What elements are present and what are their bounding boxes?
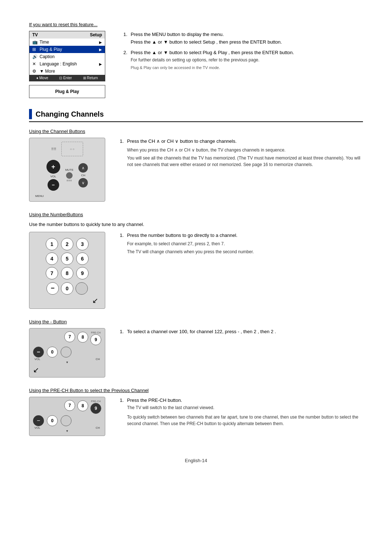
menu-label-language: Language : English (40, 61, 77, 66)
dash-remote-mockup: 7 8 PRE-CH 9 − 0 (29, 328, 105, 377)
prech-9-item: PRE-CH 9 (90, 400, 101, 414)
reset-step-2-detail: For further details on setting up option… (131, 57, 260, 62)
dash-instruction: To select a channel over 100, for channe… (127, 329, 276, 334)
footer-return: ⊞ Return (83, 76, 98, 80)
dash-btn-8: 8 (77, 332, 88, 343)
page-number: English-14 (185, 458, 207, 463)
prech-note-1: The TV will switch to the last channel v… (127, 405, 215, 410)
plug-play-box: Plug & Play (29, 85, 105, 98)
menu-label-time: Time (40, 40, 49, 45)
menu-footer: ♦ Move ⊡ Enter ⊞ Return (29, 75, 105, 81)
btn-0: 0 (61, 282, 73, 295)
channel-btn-note-1: When you press the CH ∧ or CH ∨ button, … (127, 147, 363, 153)
vol-minus-btn: − (48, 179, 59, 191)
btn-5: 5 (61, 253, 73, 265)
reset-intro-text: If you want to reset this feature... (29, 22, 363, 27)
arrow-diag-dash: ↙ (33, 366, 101, 374)
btn-6: 6 (76, 253, 89, 265)
dash-vol-label: VOL (34, 358, 40, 361)
prech-btn-7: 7 (64, 400, 75, 411)
dash-top-nums: 7 8 PRE-CH 9 (33, 331, 101, 345)
mute-btn (66, 172, 73, 179)
channel-remote-mockup: ⠿⠿ ○ ○ + VOL − MUTE (29, 138, 105, 202)
btn-1: 1 (46, 238, 58, 250)
subsection-prech-button: Using the PRE-CH Button to select the Pr… (29, 388, 363, 393)
prech-btn-9-highlighted: 9 (90, 403, 101, 414)
prech-minus-btn: − (33, 415, 44, 426)
btn-8: 8 (61, 267, 73, 279)
number-buttons-intro: Use the number buttons to quickly tune t… (29, 221, 363, 228)
grid-icon: ⊞ (32, 47, 37, 52)
num-9-item: PRE-CH 9 (90, 331, 101, 345)
menu-label-plug-play: Plug & Play (40, 47, 62, 52)
vol-plus-btn: + (46, 160, 60, 174)
vol-column: + VOL − (46, 160, 60, 191)
prech-vol-ch-labels: VOL CH (33, 426, 101, 429)
dash-button-instructions: To select a channel over 100, for channe… (120, 328, 363, 336)
prech-ch-label: CH (95, 426, 100, 429)
dash-button-section: Using the - Button 7 8 PRE-CH (29, 319, 363, 377)
reset-step-1: Press the MENU button to display the men… (123, 31, 363, 46)
reset-step-1-main: Press the MENU button to display the men… (131, 32, 224, 37)
channel-btn-instruction: Press the CH ∧ or CH ∨ button to change … (127, 138, 237, 144)
dash-button-left: 7 8 PRE-CH 9 − 0 (29, 328, 109, 377)
menu-header-right: Setup (90, 32, 102, 37)
menu-header-left: TV (32, 32, 38, 37)
number-buttons-instructions: Press the number buttons to go directly … (120, 232, 363, 255)
x-icon: ✕ (32, 61, 37, 66)
dash-ch-label: CH (95, 358, 100, 361)
footer-move: ♦ Move (36, 76, 48, 80)
prech-btn-8: 8 (77, 400, 88, 411)
ch-up-btn: ∧ (78, 163, 88, 173)
prech-button-section: Using the PRE-CH Button to select the Pr… (29, 388, 363, 436)
menu-item-caption: 🔊 Caption (29, 53, 105, 60)
number-remote-mockup: 1 2 3 4 5 6 7 8 9 − 0 ↙ (29, 232, 105, 309)
dash-btn-0: 0 (47, 347, 58, 358)
number-buttons-right: Press the number buttons to go directly … (120, 232, 363, 258)
prech-button-right: Press the PRE-CH button. The TV will swi… (120, 397, 363, 430)
menu-item-time: 📺 Time ▶ (29, 39, 105, 46)
reset-instructions: Press the MENU button to display the men… (123, 31, 363, 72)
prech-top-nums: 7 8 PRE-CH 9 (33, 400, 101, 414)
channel-buttons-right: Press the CH ∧ or CH ∨ button to change … (120, 138, 363, 171)
channel-buttons-section: Using the Channel Buttons ⠿⠿ ○ ○ + VOL (29, 129, 363, 202)
prech-instruction: Press the PRE-CH button. (127, 397, 182, 403)
misc-icon: ⚙ (32, 69, 37, 74)
dash-vol-ch-labels: VOL CH (33, 358, 101, 361)
btn-7: 7 (46, 267, 58, 279)
prech-step-1: Press the PRE-CH button. The TV will swi… (120, 397, 363, 427)
dash-minus-btn: − (33, 347, 44, 358)
reset-right-col: Press the MENU button to display the men… (123, 31, 363, 74)
dash-bottom-row: − 0 (33, 347, 101, 358)
ch-label: CH (81, 174, 86, 177)
number-buttons-left: 1 2 3 4 5 6 7 8 9 − 0 ↙ (29, 232, 109, 309)
changing-channels-main: Using the Channel Buttons ⠿⠿ ○ ○ + VOL (29, 129, 363, 436)
arrow-right-plug: ▶ (99, 48, 102, 52)
arrow-right-time: ▶ (99, 40, 102, 44)
number-grid: 1 2 3 4 5 6 7 8 9 (45, 238, 89, 279)
reset-step-1-detail: Press the ▲ or ▼ button to select Setup … (131, 39, 282, 45)
prech-7-item: 7 (64, 400, 75, 414)
ch-column: ∧ CH ∨ (78, 163, 88, 187)
arrow-right-lang: ▶ (99, 62, 102, 66)
btn-extra (75, 282, 88, 295)
tv-icon: 📺 (32, 40, 37, 45)
dash-btn-blank (61, 347, 72, 358)
prech-button-left: 7 8 PRE-CH 9 − 0 (29, 397, 109, 436)
btn-9: 9 (76, 267, 89, 279)
prech-nav-arrow: ▼ (33, 429, 101, 433)
prech-remote-mockup: 7 8 PRE-CH 9 − 0 (29, 397, 105, 436)
sound-icon: 🔊 (32, 54, 37, 59)
dash-step-1: To select a channel over 100, for channe… (120, 328, 363, 336)
reset-feature-section: If you want to reset this feature... TV … (29, 22, 363, 98)
mute-area: MUTE ⠿⠿⠿ (65, 168, 74, 182)
ch-down-btn: ∨ (78, 178, 88, 187)
section-title-text: Changing Channels (36, 110, 104, 118)
footer-enter: ⊡ Enter (59, 76, 72, 80)
menu-header: TV Setup (29, 31, 105, 39)
channel-buttons-left: ⠿⠿ ○ ○ + VOL − MUTE (29, 138, 109, 202)
prech-8-item: 8 (77, 400, 88, 414)
channel-btn-note-2: You will see all the channels that the T… (127, 155, 363, 168)
prech-bottom-row: − 0 (33, 415, 101, 426)
subsection-dash-button: Using the - Button (29, 319, 363, 324)
